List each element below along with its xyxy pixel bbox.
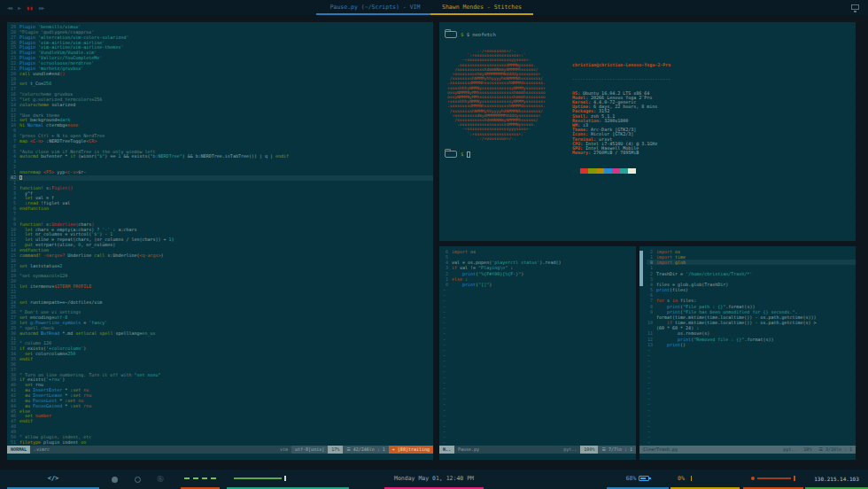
vimrc-scroll-percent: 17%	[328, 446, 343, 454]
pause-button[interactable]: ▮▮	[27, 4, 33, 11]
workspace-button-skype[interactable]: Ⓢ	[151, 470, 170, 489]
cleartrash-cursor-position: ☰ 3/16ln : 1	[815, 446, 856, 454]
pause-filename: Pause.py	[454, 446, 483, 454]
brightness-track	[757, 477, 791, 479]
vimrc-encoding: utf-8[unix]	[291, 446, 328, 454]
cpu-graph-module[interactable]	[181, 470, 220, 489]
now-playing-title[interactable]: Shawn Mendes - Stitches	[430, 0, 533, 15]
cleartrash-statusline: ClearTrash.py pyt.. 18% ☰ 3/16ln : 1	[639, 446, 856, 454]
play-button[interactable]: ▶	[18, 4, 20, 11]
clock-module: Monday May 01, 12:40 PM	[384, 470, 484, 489]
window-title-vim[interactable]: Pause.py (~/Scripts) - VIM	[316, 0, 434, 15]
folder-icon	[445, 31, 457, 38]
terminal-current-prompt[interactable]: $	[445, 151, 470, 158]
terminal-prompt-line: $ $ neofetch	[445, 31, 496, 38]
vimrc-filetype: vim	[276, 446, 291, 454]
neofetch-user-host: christian@christian-Lenovo-Yoga-2-Pro	[572, 63, 670, 67]
battery-module: 68%	[607, 470, 669, 489]
pause-scroll-percent: 100%	[580, 446, 598, 454]
vim-window-cleartrash[interactable]: 2import os1import time0import glob12Tras…	[639, 246, 856, 460]
volume-percent: 0%	[678, 475, 685, 482]
graph-bar	[184, 477, 190, 479]
volume-handle[interactable]	[691, 476, 693, 481]
ubuntu-ascii-logo: .-/+oossssoo+/-. `:+ssssssssssssssssss+:…	[447, 49, 546, 141]
progress-track	[234, 477, 282, 479]
prompt-symbol: $	[461, 151, 463, 157]
workspace-button-code[interactable]: </>	[7, 470, 99, 489]
vim-window-vimrc[interactable]: 29Plugin 'benmills/vimux'28"Plugin 'godl…	[7, 22, 433, 460]
top-bar: ◀◀ ▶ ▮▮ ▶▶ Pause.py (~/Scripts) - VIM Sh…	[0, 0, 868, 15]
desktop: { "topbar": { "prev": "◀◀", "play": "▶",…	[0, 0, 868, 489]
cleartrash-buffer[interactable]: 2import os1import time0import glob12Tras…	[639, 246, 856, 446]
terminal-color-palette	[572, 168, 670, 174]
battery-icon	[639, 476, 649, 481]
brightness-handle[interactable]	[794, 476, 795, 481]
vimrc-cursor-position: ☰ 42/246ln : 1	[343, 446, 389, 454]
brightness-module[interactable]	[743, 470, 803, 489]
brightness-icon	[751, 477, 755, 480]
next-track-button[interactable]: ▶▶	[39, 4, 43, 11]
bottom-bar: </> Ⓢ Monday May 01, 12:40 PM 68% 0% 130…	[0, 470, 868, 489]
vim-mode-indicator: N..	[439, 446, 454, 454]
song-progress-slider[interactable]	[227, 470, 349, 489]
volume-module[interactable]: 0%	[670, 470, 740, 489]
pause-filetype: pyt..	[560, 446, 580, 454]
skype-icon: Ⓢ	[158, 475, 164, 484]
media-app-icon	[135, 477, 141, 483]
pause-cursor-position: ☰ 7/7ln : 1	[598, 446, 636, 454]
vimrc-statusline: NORMAL .vimrc vim utf-8[unix] 17% ☰ 42/2…	[7, 446, 433, 454]
neofetch-separator: -------------------------------------	[572, 77, 670, 82]
pause-buffer[interactable]: 6import os54val = os.popen('playerctl st…	[439, 246, 636, 446]
vimrc-filename: .vimrc	[30, 446, 53, 454]
pause-statusline: N.. Pause.py pyt.. 100% ☰ 7/7ln : 1	[439, 446, 636, 454]
vim-mode-indicator: NORMAL	[7, 446, 30, 454]
progress-handle[interactable]	[284, 476, 286, 481]
battery-percent: 68%	[626, 475, 637, 482]
folder-icon	[445, 151, 457, 158]
graph-bar	[202, 477, 207, 479]
cleartrash-filetype: pyt..	[779, 446, 800, 454]
workspace-button-media[interactable]	[128, 470, 147, 489]
terminal-command: $ neofetch	[467, 32, 496, 37]
browser-icon	[112, 477, 118, 483]
vimrc-trailing-warning: + [88]trailing	[389, 446, 433, 454]
vim-window-pause[interactable]: 6import os54val = os.popen('playerctl st…	[439, 246, 636, 460]
scrollbar-thumb[interactable]	[639, 251, 643, 286]
workspace-button-browser[interactable]	[105, 470, 124, 489]
graph-bar	[193, 477, 198, 479]
ip-address-module: 130.215.14.103	[805, 470, 868, 489]
media-controls: ◀◀ ▶ ▮▮ ▶▶	[7, 0, 43, 15]
graph-bar	[211, 477, 216, 479]
neofetch-entries: OS: Ubuntu 16.04.2 LTS x86_64Model: 2026…	[572, 91, 670, 156]
neofetch-info: christian@christian-Lenovo-Yoga-2-Pro --…	[572, 54, 670, 182]
terminal-cursor	[467, 151, 470, 158]
previous-track-button[interactable]: ◀◀	[7, 4, 12, 11]
terminal-window[interactable]: $ $ neofetch .-/+oossssoo+/-. `:+sssssss…	[439, 22, 856, 241]
cleartrash-scroll-percent: 18%	[800, 446, 815, 454]
cleartrash-filename: ClearTrash.py	[639, 446, 681, 454]
display-tray-icon[interactable]	[851, 4, 859, 10]
vimrc-buffer[interactable]: 29Plugin 'benmills/vimux'28"Plugin 'godl…	[7, 22, 433, 446]
